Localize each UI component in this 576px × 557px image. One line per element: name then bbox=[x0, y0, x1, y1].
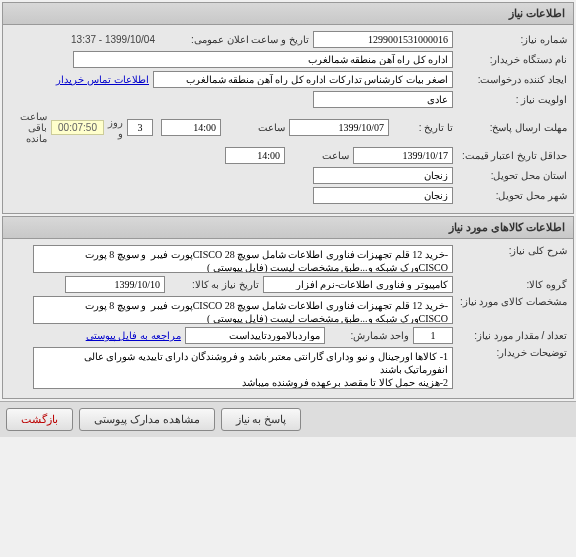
button-bar: پاسخ به نیاز مشاهده مدارک پیوستی بازگشت bbox=[0, 401, 576, 437]
need-no-label: شماره نیاز: bbox=[457, 34, 567, 45]
announce-value: 1399/10/04 - 13:37 bbox=[71, 34, 155, 45]
validity-time-field[interactable] bbox=[225, 147, 285, 164]
delivery-prov-field[interactable] bbox=[313, 167, 453, 184]
deadline-date-field[interactable] bbox=[289, 119, 389, 136]
to-date-label: تا تاریخ : bbox=[393, 122, 453, 133]
goods-info-panel: اطلاعات کالاهای مورد نیاز شرح کلی نیاز: … bbox=[2, 216, 574, 399]
unit-label: واحد شمارش: bbox=[329, 330, 409, 341]
spec-field[interactable] bbox=[33, 296, 453, 324]
validity-label: حداقل تاریخ اعتبار قیمت: bbox=[457, 150, 567, 161]
delivery-city-field[interactable] bbox=[313, 187, 453, 204]
deadline-time-field[interactable] bbox=[161, 119, 221, 136]
qty-label: تعداد / مقدار مورد نیاز: bbox=[457, 330, 567, 341]
main-desc-label: شرح کلی نیاز: bbox=[457, 245, 567, 256]
buyer-org-label: نام دستگاه خریدار: bbox=[457, 54, 567, 65]
unit-field[interactable] bbox=[185, 327, 325, 344]
days-left-label: روز و bbox=[108, 117, 123, 139]
group-label: گروه کالا: bbox=[457, 279, 567, 290]
group-field[interactable] bbox=[263, 276, 453, 293]
spec-label: مشخصات کالای مورد نیاز: bbox=[457, 296, 567, 307]
qty-field[interactable] bbox=[413, 327, 453, 344]
time-label-1: ساعت bbox=[225, 122, 285, 133]
time-label-2: ساعت bbox=[289, 150, 349, 161]
need-info-header: اطلاعات نیاز bbox=[3, 3, 573, 25]
contact-link[interactable]: اطلاعات تماس خریدار bbox=[56, 74, 149, 85]
remaining-label: ساعت باقی مانده bbox=[9, 111, 47, 144]
delivery-city-label: شهر محل تحویل: bbox=[457, 190, 567, 201]
goods-info-header: اطلاعات کالاهای مورد نیاز bbox=[3, 217, 573, 239]
delivery-prov-label: استان محل تحویل: bbox=[457, 170, 567, 181]
validity-date-field[interactable] bbox=[353, 147, 453, 164]
need-date-label: تاریخ نیاز به کالا: bbox=[169, 279, 259, 290]
creator-label: ایجاد کننده درخواست: bbox=[457, 74, 567, 85]
need-info-panel: اطلاعات نیاز شماره نیاز: تاریخ و ساعت اع… bbox=[2, 2, 574, 214]
days-left-field bbox=[127, 119, 153, 136]
buyer-notes-label: توضیحات خریدار: bbox=[457, 347, 567, 358]
view-attachments-button[interactable]: مشاهده مدارک پیوستی bbox=[79, 408, 215, 431]
attachment-link[interactable]: مراجعه به فایل پیوستی bbox=[86, 330, 181, 341]
priority-label: اولویت نیاز : bbox=[457, 94, 567, 105]
buyer-notes-field[interactable] bbox=[33, 347, 453, 389]
deadline-label: مهلت ارسال پاسخ: bbox=[457, 122, 567, 133]
need-no-field[interactable] bbox=[313, 31, 453, 48]
respond-button[interactable]: پاسخ به نیاز bbox=[221, 408, 302, 431]
buyer-org-field[interactable] bbox=[73, 51, 453, 68]
countdown-box: 00:07:50 bbox=[51, 120, 104, 135]
main-desc-field[interactable] bbox=[33, 245, 453, 273]
need-date-field[interactable] bbox=[65, 276, 165, 293]
back-button[interactable]: بازگشت bbox=[6, 408, 73, 431]
announce-label: تاریخ و ساعت اعلان عمومی: bbox=[159, 34, 309, 45]
creator-field[interactable] bbox=[153, 71, 453, 88]
priority-field[interactable] bbox=[313, 91, 453, 108]
